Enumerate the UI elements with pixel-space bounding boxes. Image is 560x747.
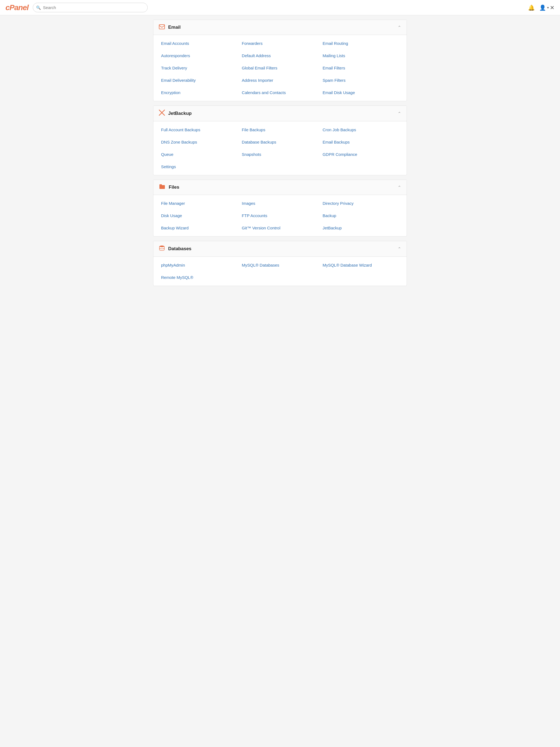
search-input[interactable] <box>33 3 148 12</box>
grid-item[interactable]: Default Address <box>239 50 320 62</box>
section-card-email: Email ⌃ Email AccountsForwardersEmail Ro… <box>153 20 407 101</box>
main-content: Email ⌃ Email AccountsForwardersEmail Ro… <box>149 15 411 295</box>
grid-item[interactable]: Backup <box>321 209 401 222</box>
search-icon: 🔍 <box>36 5 41 10</box>
section-header-left-email: Email <box>159 24 180 31</box>
section-grid-email: Email AccountsForwardersEmail RoutingAut… <box>153 35 407 101</box>
section-card-jetbackup: JetBackup ⌃ Full Account BackupsFile Bac… <box>153 106 407 175</box>
grid-item[interactable]: Images <box>239 197 320 209</box>
section-header-left-databases: Databases <box>159 245 192 253</box>
section-title-databases: Databases <box>168 246 192 252</box>
grid-item[interactable]: Email Accounts <box>159 37 239 50</box>
section-chevron-jetbackup: ⌃ <box>398 111 401 116</box>
cpanel-logo: cPanel <box>5 3 28 12</box>
section-chevron-files: ⌃ <box>398 185 401 190</box>
grid-item[interactable]: Queue <box>159 148 239 160</box>
grid-item <box>239 160 320 173</box>
databases-icon <box>159 245 165 253</box>
grid-item[interactable]: Settings <box>159 160 239 173</box>
grid-item[interactable]: Spam Filters <box>321 74 401 86</box>
grid-item[interactable]: Calendars and Contacts <box>239 86 320 99</box>
search-wrapper: 🔍 <box>33 3 148 12</box>
section-grid-jetbackup: Full Account BackupsFile BackupsCron Job… <box>153 121 407 175</box>
grid-item[interactable]: GDPR Compliance <box>321 148 401 160</box>
grid-item[interactable]: Encryption <box>159 86 239 99</box>
grid-item[interactable]: Email Filters <box>321 62 401 74</box>
grid-item[interactable]: MySQL® Databases <box>239 259 320 271</box>
grid-item[interactable]: Remote MySQL® <box>159 271 239 284</box>
svg-rect-0 <box>159 25 164 29</box>
grid-item[interactable]: Database Backups <box>239 136 320 148</box>
app-header: cPanel 🔍 🔔 👤 ▾ ✕ <box>0 0 560 15</box>
section-grid-files: File ManagerImagesDirectory PrivacyDisk … <box>153 195 407 236</box>
header-actions: 🔔 👤 ▾ ✕ <box>528 4 555 11</box>
grid-item[interactable]: Full Account Backups <box>159 124 239 136</box>
grid-item[interactable]: Mailing Lists <box>321 50 401 62</box>
grid-item[interactable]: Directory Privacy <box>321 197 401 209</box>
bell-icon[interactable]: 🔔 <box>528 4 535 11</box>
grid-item[interactable]: Address Importer <box>239 74 320 86</box>
grid-item[interactable]: File Backups <box>239 124 320 136</box>
grid-item[interactable]: DNS Zone Backups <box>159 136 239 148</box>
grid-item[interactable]: Disk Usage <box>159 209 239 222</box>
grid-item[interactable]: phpMyAdmin <box>159 259 239 271</box>
grid-item[interactable]: Global Email Filters <box>239 62 320 74</box>
grid-item[interactable]: File Manager <box>159 197 239 209</box>
section-card-databases: Databases ⌃ phpMyAdminMySQL® DatabasesMy… <box>153 241 407 286</box>
section-header-files[interactable]: Files ⌃ <box>153 180 407 195</box>
close-icon[interactable]: ✕ <box>550 4 555 11</box>
section-header-email[interactable]: Email ⌃ <box>153 20 407 35</box>
grid-item[interactable]: Git™ Version Control <box>239 222 320 234</box>
section-header-databases[interactable]: Databases ⌃ <box>153 241 407 257</box>
grid-item <box>239 271 320 284</box>
grid-item[interactable]: JetBackup <box>321 222 401 234</box>
grid-item[interactable]: Backup Wizard <box>159 222 239 234</box>
email-icon <box>159 24 165 31</box>
section-title-files: Files <box>169 185 179 190</box>
grid-item[interactable]: MySQL® Database Wizard <box>321 259 401 271</box>
grid-item[interactable]: Email Routing <box>321 37 401 50</box>
section-card-files: Files ⌃ File ManagerImagesDirectory Priv… <box>153 180 407 236</box>
user-icon: 👤 <box>539 4 546 11</box>
files-icon <box>159 184 166 191</box>
grid-item[interactable]: Forwarders <box>239 37 320 50</box>
grid-item[interactable]: Email Disk Usage <box>321 86 401 99</box>
section-header-jetbackup[interactable]: JetBackup ⌃ <box>153 106 407 121</box>
grid-item[interactable]: Email Deliverability <box>159 74 239 86</box>
section-grid-databases: phpMyAdminMySQL® DatabasesMySQL® Databas… <box>153 257 407 286</box>
grid-item[interactable]: Autoresponders <box>159 50 239 62</box>
grid-item[interactable]: Cron Job Backups <box>321 124 401 136</box>
jetbackup-icon <box>159 110 165 117</box>
grid-item <box>321 160 401 173</box>
grid-item <box>321 271 401 284</box>
user-menu[interactable]: 👤 ▾ ✕ <box>539 4 555 11</box>
grid-item[interactable]: Track Delivery <box>159 62 239 74</box>
grid-item[interactable]: Snapshots <box>239 148 320 160</box>
section-chevron-databases: ⌃ <box>398 247 401 252</box>
grid-item[interactable]: FTP Accounts <box>239 209 320 222</box>
section-title-jetbackup: JetBackup <box>168 111 192 116</box>
section-title-email: Email <box>168 25 180 30</box>
section-chevron-email: ⌃ <box>398 25 401 30</box>
section-header-left-jetbackup: JetBackup <box>159 110 192 117</box>
user-menu-caret: ▾ <box>547 6 549 9</box>
svg-point-3 <box>159 246 164 247</box>
grid-item[interactable]: Email Backups <box>321 136 401 148</box>
section-header-left-files: Files <box>159 184 179 191</box>
